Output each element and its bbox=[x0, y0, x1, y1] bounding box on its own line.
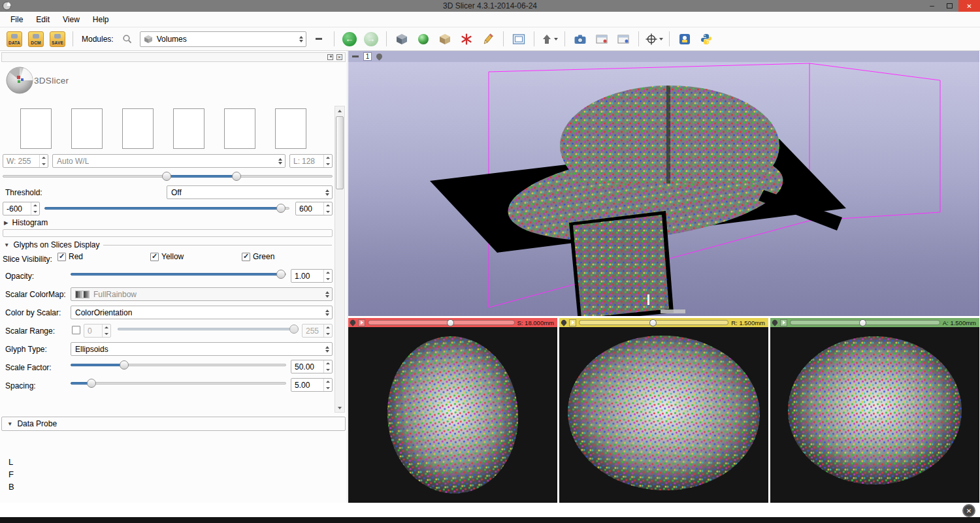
scroll-up-button[interactable] bbox=[335, 106, 344, 115]
scalar-range-checkbox[interactable] bbox=[72, 326, 80, 334]
extensions-manager-button[interactable] bbox=[676, 30, 694, 48]
volumes-module-button[interactable] bbox=[436, 30, 454, 48]
add-data-button[interactable]: DATA bbox=[5, 30, 24, 48]
opacity-slider[interactable] bbox=[71, 269, 286, 279]
spin-down-button[interactable] bbox=[324, 276, 332, 283]
module-forward-button[interactable]: → bbox=[362, 30, 380, 48]
volume-preset-thumbnail[interactable] bbox=[20, 108, 52, 149]
slider-handle[interactable] bbox=[120, 360, 129, 370]
spacing-spinbox[interactable]: 5.00 bbox=[291, 378, 333, 392]
slider-handle[interactable] bbox=[859, 319, 866, 326]
threshold-min-spinbox[interactable]: -600 bbox=[3, 202, 40, 215]
pin-icon[interactable] bbox=[375, 52, 384, 61]
scrollbar-thumb[interactable] bbox=[336, 116, 344, 189]
console-close-button[interactable]: ✕ bbox=[962, 504, 975, 517]
spacing-slider[interactable] bbox=[71, 378, 286, 388]
models-module-button[interactable] bbox=[414, 30, 433, 48]
slider-handle[interactable] bbox=[447, 319, 454, 326]
yellow-offset-slider[interactable] bbox=[579, 320, 728, 325]
up-arrow-button[interactable] bbox=[540, 30, 559, 48]
histogram-section-header[interactable]: ▶ Histogram bbox=[4, 218, 135, 227]
spin-up-button[interactable] bbox=[324, 270, 332, 276]
slider-handle[interactable] bbox=[649, 319, 657, 326]
module-history-button[interactable] bbox=[310, 30, 328, 48]
collapse-controller-icon[interactable] bbox=[352, 55, 359, 57]
volume-preset-thumbnail[interactable] bbox=[122, 108, 154, 149]
scroll-down-button[interactable] bbox=[335, 404, 344, 412]
spin-down-button[interactable] bbox=[324, 385, 332, 392]
range-handle-low[interactable] bbox=[162, 172, 171, 181]
module-search-button[interactable] bbox=[118, 30, 137, 48]
spin-up-button[interactable] bbox=[324, 155, 332, 161]
spin-down-button[interactable] bbox=[103, 331, 110, 338]
layout-selector-button[interactable] bbox=[510, 30, 528, 48]
module-back-button[interactable]: ← bbox=[340, 30, 359, 48]
spin-up-button[interactable] bbox=[324, 202, 332, 209]
threshold-combo[interactable]: Off bbox=[167, 185, 333, 199]
module-selector-combo[interactable]: Volumes bbox=[140, 31, 306, 47]
pin-icon[interactable] bbox=[771, 319, 778, 326]
volume-preset-thumbnail[interactable] bbox=[275, 108, 306, 149]
red-slice-viewport[interactable] bbox=[348, 327, 557, 503]
slider-track[interactable] bbox=[71, 382, 286, 385]
spin-down-button[interactable] bbox=[324, 367, 332, 373]
auto-wl-combo[interactable]: Auto W/L bbox=[52, 154, 286, 168]
red-offset-slider[interactable] bbox=[368, 320, 515, 325]
green-offset-slider[interactable] bbox=[790, 320, 940, 325]
yellow-slice-viewport[interactable] bbox=[559, 327, 768, 503]
annotations-module-button[interactable] bbox=[457, 30, 476, 48]
slice-menu-button[interactable] bbox=[358, 319, 365, 326]
editor-module-button[interactable] bbox=[479, 30, 497, 48]
level-spinbox[interactable]: L:128 bbox=[289, 154, 333, 168]
spin-down-button[interactable] bbox=[40, 161, 48, 168]
opacity-spinbox[interactable]: 1.00 bbox=[291, 269, 333, 283]
slice-menu-button[interactable] bbox=[780, 319, 787, 326]
spin-down-button[interactable] bbox=[324, 331, 332, 338]
window-level-range-slider[interactable] bbox=[3, 171, 333, 182]
color-by-scalar-combo[interactable]: ColorOrientation bbox=[71, 306, 333, 319]
scale-factor-spinbox[interactable]: 50.00 bbox=[291, 360, 333, 373]
spin-up-button[interactable] bbox=[324, 325, 332, 331]
slider-handle[interactable] bbox=[87, 379, 96, 388]
spin-down-button[interactable] bbox=[31, 209, 39, 215]
minimize-button[interactable]: – bbox=[923, 0, 941, 12]
scalar-range-max-spinbox[interactable]: 255 bbox=[302, 324, 333, 338]
scalar-range-slider[interactable] bbox=[118, 324, 299, 334]
range-handle-high[interactable] bbox=[232, 172, 241, 181]
screenshot-button[interactable] bbox=[571, 30, 589, 48]
checkbox[interactable]: ✓ bbox=[57, 253, 66, 261]
threshold-slider[interactable] bbox=[44, 203, 289, 214]
green-visibility-checkbox[interactable]: ✓ Green bbox=[242, 252, 274, 261]
yellow-visibility-checkbox[interactable]: ✓ Yellow bbox=[150, 252, 184, 261]
spin-down-button[interactable] bbox=[324, 209, 332, 215]
menu-file[interactable]: File bbox=[4, 13, 29, 26]
scalar-colormap-combo[interactable]: FullRainbow bbox=[71, 287, 333, 301]
spin-up-button[interactable] bbox=[324, 379, 332, 385]
volume-preset-thumbnail[interactable] bbox=[71, 108, 103, 149]
checkbox[interactable]: ✓ bbox=[242, 253, 250, 261]
pin-icon[interactable] bbox=[560, 319, 567, 326]
slider-handle[interactable] bbox=[289, 325, 299, 334]
data-probe-section[interactable]: ▼ Data Probe bbox=[1, 417, 346, 431]
crosshair-button[interactable] bbox=[645, 30, 663, 48]
python-console-button[interactable] bbox=[697, 30, 715, 48]
undock-panel-icon[interactable] bbox=[327, 54, 333, 60]
checkbox[interactable]: ✓ bbox=[150, 253, 159, 261]
scalar-range-min-spinbox[interactable]: 0 bbox=[84, 324, 111, 338]
slice-menu-button[interactable] bbox=[569, 319, 576, 326]
slider-handle[interactable] bbox=[276, 204, 286, 213]
green-slice-viewport[interactable] bbox=[770, 327, 979, 503]
close-panel-icon[interactable]: ✕ bbox=[336, 54, 342, 60]
scale-factor-slider[interactable] bbox=[71, 360, 286, 370]
save-button[interactable]: SAVE bbox=[48, 30, 67, 48]
dicom-button[interactable]: DCM bbox=[27, 30, 45, 48]
scene-view-restore-button[interactable] bbox=[614, 30, 632, 48]
spin-up-button[interactable] bbox=[40, 155, 48, 161]
glyph-type-combo[interactable]: Ellipsoids bbox=[71, 342, 333, 356]
menu-help[interactable]: Help bbox=[86, 13, 116, 26]
volume-preset-thumbnail[interactable] bbox=[224, 108, 255, 149]
pin-icon[interactable] bbox=[349, 319, 356, 326]
spin-up-button[interactable] bbox=[31, 202, 39, 209]
glyphs-section-header[interactable]: ▼ Glyphs on Slices Display bbox=[4, 240, 332, 249]
spin-up-button[interactable] bbox=[103, 325, 110, 331]
